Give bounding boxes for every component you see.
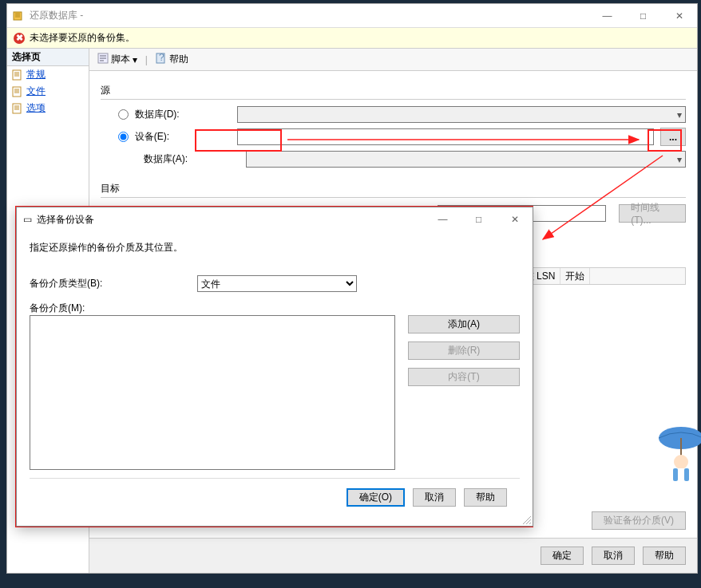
modal-titlebar: ▭ 选择备份设备 — □ ✕ (17, 207, 533, 231)
modal-side-buttons: 添加(A) 删除(R) 内容(T) (408, 315, 520, 470)
database-radio[interactable] (118, 109, 129, 120)
modal-title: 选择备份设备 (37, 213, 94, 227)
modal-close-button[interactable]: ✕ (497, 208, 533, 231)
toolbar-separator: | (145, 54, 148, 65)
chevron-down-icon: ▾ (677, 154, 682, 165)
sidebar-item-label: 文件 (26, 85, 46, 98)
divider (101, 197, 686, 198)
sidebar-item-options[interactable]: 选项 (7, 100, 89, 116)
help-button[interactable]: ? 帮助 (152, 51, 192, 68)
database-combo[interactable]: ▾ (237, 106, 686, 123)
error-icon: ✖ (14, 33, 25, 44)
sidebar-header: 选择页 (7, 49, 89, 66)
sidebar-item-label: 选项 (26, 101, 46, 115)
modal-instruction: 指定还原操作的备份介质及其位置。 (30, 241, 520, 255)
device-input[interactable] (237, 128, 654, 145)
page-icon (12, 103, 23, 114)
source-group-label: 源 (101, 84, 686, 97)
select-backup-device-dialog: ▭ 选择备份设备 — □ ✕ 指定还原操作的备份介质及其位置。 备份介质类型(B… (16, 207, 533, 527)
toolbar: 脚本 ▾ | ? 帮助 (89, 49, 697, 71)
help-label: 帮助 (169, 53, 188, 66)
database-radio-row: 数据库(D): ▾ (118, 106, 686, 123)
app-icon (12, 10, 25, 22)
script-label: 脚本 (111, 53, 130, 66)
script-button[interactable]: 脚本 ▾ (94, 51, 141, 68)
media-label: 备份介质(M): (30, 302, 520, 315)
help-icon: ? (156, 53, 167, 66)
remove-button[interactable]: 删除(R) (408, 341, 520, 360)
modal-maximize-button[interactable]: □ (461, 208, 497, 231)
modal-ok-button[interactable]: 确定(O) (347, 488, 405, 507)
modal-icon: ▭ (23, 214, 32, 225)
divider (101, 99, 686, 100)
verify-media-button[interactable]: 验证备份介质(V) (592, 511, 686, 530)
device-radio-label: 设备(E): (135, 130, 231, 144)
maximize-button[interactable]: □ (625, 4, 661, 27)
main-footer: 确定 取消 帮助 (89, 538, 697, 573)
device-radio-row: 设备(E): ... (118, 128, 686, 146)
col-start: 开始 (560, 268, 590, 284)
sub-database-label: 数据库(A): (144, 152, 240, 166)
page-icon (12, 69, 23, 81)
modal-minimize-button[interactable]: — (425, 208, 461, 231)
sidebar-item-general[interactable]: 常规 (7, 66, 89, 83)
minimize-button[interactable]: — (589, 4, 625, 27)
cancel-button[interactable]: 取消 (592, 547, 635, 565)
target-group-label: 目标 (101, 182, 686, 195)
sidebar-item-files[interactable]: 文件 (7, 83, 89, 100)
window-title: 还原数据库 - (30, 9, 589, 22)
media-listbox[interactable] (30, 315, 395, 470)
modal-main: 添加(A) 删除(R) 内容(T) (30, 315, 520, 470)
error-text: 未选择要还原的备份集。 (30, 31, 135, 45)
svg-rect-1 (13, 70, 21, 80)
database-radio-label: 数据库(D): (135, 108, 231, 121)
error-bar: ✖ 未选择要还原的备份集。 (7, 28, 697, 49)
media-type-row: 备份介质类型(B): 文件 (30, 275, 520, 292)
ok-button[interactable]: 确定 (541, 547, 584, 565)
modal-body: 指定还原操作的备份介质及其位置。 备份介质类型(B): 文件 备份介质(M): … (17, 231, 533, 526)
script-icon (97, 53, 109, 66)
chevron-down-icon: ▾ (677, 109, 682, 120)
sub-database-row: 数据库(A): ▾ (144, 151, 686, 168)
sidebar-item-label: 常规 (26, 68, 46, 81)
timeline-button[interactable]: 时间线(T)... (619, 204, 686, 223)
titlebar: 还原数据库 - — □ ✕ (7, 4, 697, 28)
modal-help-button[interactable]: 帮助 (464, 488, 507, 507)
svg-rect-2 (13, 87, 21, 97)
chevron-down-icon: ▾ (133, 54, 137, 65)
sub-database-combo[interactable]: ▾ (246, 151, 686, 168)
content-button[interactable]: 内容(T) (408, 368, 520, 386)
window-controls: — □ ✕ (589, 4, 697, 27)
browse-button[interactable]: ... (660, 128, 686, 146)
svg-text:?: ? (159, 53, 164, 63)
media-type-label: 备份介质类型(B): (30, 277, 189, 290)
media-type-select[interactable]: 文件 (197, 275, 357, 292)
help-button[interactable]: 帮助 (643, 547, 686, 565)
page-icon (12, 86, 23, 97)
device-radio[interactable] (118, 132, 129, 142)
modal-cancel-button[interactable]: 取消 (413, 488, 456, 507)
close-button[interactable]: ✕ (661, 4, 697, 27)
svg-rect-3 (13, 104, 21, 113)
add-button[interactable]: 添加(A) (408, 315, 520, 333)
modal-footer: 确定(O) 取消 帮助 (30, 478, 520, 516)
resize-grip-icon[interactable] (521, 515, 531, 524)
